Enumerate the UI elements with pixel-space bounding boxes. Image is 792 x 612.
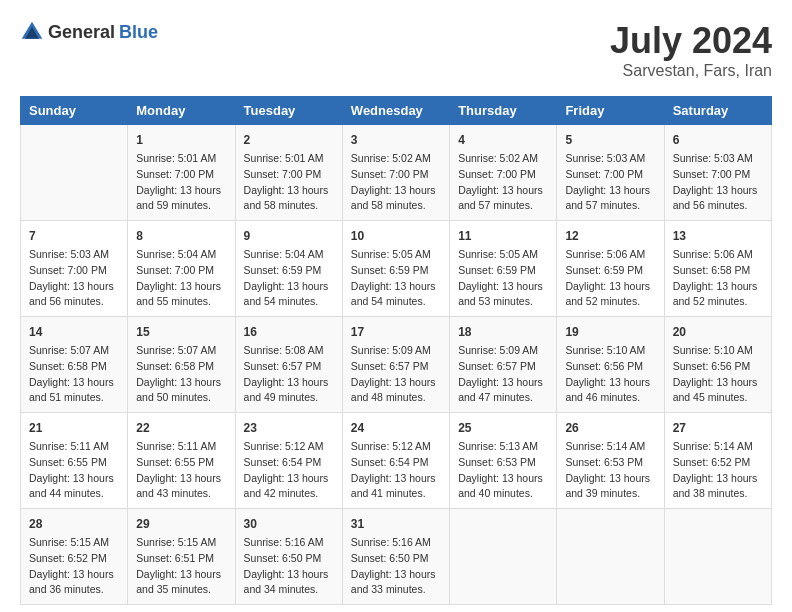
- calendar-cell: 27Sunrise: 5:14 AM Sunset: 6:52 PM Dayli…: [664, 413, 771, 509]
- calendar-cell: 30Sunrise: 5:16 AM Sunset: 6:50 PM Dayli…: [235, 509, 342, 605]
- day-number: 5: [565, 131, 655, 149]
- day-number: 12: [565, 227, 655, 245]
- cell-info: Sunrise: 5:06 AM Sunset: 6:59 PM Dayligh…: [565, 247, 655, 310]
- day-number: 21: [29, 419, 119, 437]
- calendar-body: 1Sunrise: 5:01 AM Sunset: 7:00 PM Daylig…: [21, 125, 772, 605]
- day-number: 8: [136, 227, 226, 245]
- calendar-cell: 9Sunrise: 5:04 AM Sunset: 6:59 PM Daylig…: [235, 221, 342, 317]
- cell-info: Sunrise: 5:16 AM Sunset: 6:50 PM Dayligh…: [351, 535, 441, 598]
- day-number: 9: [244, 227, 334, 245]
- day-number: 7: [29, 227, 119, 245]
- col-header-friday: Friday: [557, 97, 664, 125]
- day-number: 23: [244, 419, 334, 437]
- day-number: 29: [136, 515, 226, 533]
- calendar-cell: 15Sunrise: 5:07 AM Sunset: 6:58 PM Dayli…: [128, 317, 235, 413]
- day-number: 22: [136, 419, 226, 437]
- cell-info: Sunrise: 5:15 AM Sunset: 6:51 PM Dayligh…: [136, 535, 226, 598]
- calendar-cell: 14Sunrise: 5:07 AM Sunset: 6:58 PM Dayli…: [21, 317, 128, 413]
- col-header-sunday: Sunday: [21, 97, 128, 125]
- calendar-cell: 20Sunrise: 5:10 AM Sunset: 6:56 PM Dayli…: [664, 317, 771, 413]
- cell-info: Sunrise: 5:06 AM Sunset: 6:58 PM Dayligh…: [673, 247, 763, 310]
- cell-info: Sunrise: 5:14 AM Sunset: 6:53 PM Dayligh…: [565, 439, 655, 502]
- cell-info: Sunrise: 5:03 AM Sunset: 7:00 PM Dayligh…: [673, 151, 763, 214]
- logo-text-blue: Blue: [119, 22, 158, 43]
- col-header-saturday: Saturday: [664, 97, 771, 125]
- day-number: 24: [351, 419, 441, 437]
- calendar-header-row: SundayMondayTuesdayWednesdayThursdayFrid…: [21, 97, 772, 125]
- cell-info: Sunrise: 5:09 AM Sunset: 6:57 PM Dayligh…: [458, 343, 548, 406]
- calendar-cell: 28Sunrise: 5:15 AM Sunset: 6:52 PM Dayli…: [21, 509, 128, 605]
- calendar-cell: 10Sunrise: 5:05 AM Sunset: 6:59 PM Dayli…: [342, 221, 449, 317]
- cell-info: Sunrise: 5:04 AM Sunset: 6:59 PM Dayligh…: [244, 247, 334, 310]
- cell-info: Sunrise: 5:01 AM Sunset: 7:00 PM Dayligh…: [136, 151, 226, 214]
- cell-info: Sunrise: 5:15 AM Sunset: 6:52 PM Dayligh…: [29, 535, 119, 598]
- cell-info: Sunrise: 5:05 AM Sunset: 6:59 PM Dayligh…: [351, 247, 441, 310]
- day-number: 27: [673, 419, 763, 437]
- calendar-cell: 22Sunrise: 5:11 AM Sunset: 6:55 PM Dayli…: [128, 413, 235, 509]
- calendar-week-row: 21Sunrise: 5:11 AM Sunset: 6:55 PM Dayli…: [21, 413, 772, 509]
- page-header: GeneralBlue July 2024 Sarvestan, Fars, I…: [20, 20, 772, 80]
- day-number: 31: [351, 515, 441, 533]
- calendar-cell: 8Sunrise: 5:04 AM Sunset: 7:00 PM Daylig…: [128, 221, 235, 317]
- calendar-cell: 26Sunrise: 5:14 AM Sunset: 6:53 PM Dayli…: [557, 413, 664, 509]
- day-number: 6: [673, 131, 763, 149]
- calendar-cell: 17Sunrise: 5:09 AM Sunset: 6:57 PM Dayli…: [342, 317, 449, 413]
- day-number: 11: [458, 227, 548, 245]
- subtitle: Sarvestan, Fars, Iran: [610, 62, 772, 80]
- calendar-cell: 24Sunrise: 5:12 AM Sunset: 6:54 PM Dayli…: [342, 413, 449, 509]
- day-number: 13: [673, 227, 763, 245]
- logo-icon: [20, 20, 44, 44]
- cell-info: Sunrise: 5:03 AM Sunset: 7:00 PM Dayligh…: [565, 151, 655, 214]
- logo-text-general: General: [48, 22, 115, 43]
- calendar-cell: 7Sunrise: 5:03 AM Sunset: 7:00 PM Daylig…: [21, 221, 128, 317]
- calendar-cell: 6Sunrise: 5:03 AM Sunset: 7:00 PM Daylig…: [664, 125, 771, 221]
- calendar-cell: 23Sunrise: 5:12 AM Sunset: 6:54 PM Dayli…: [235, 413, 342, 509]
- cell-info: Sunrise: 5:02 AM Sunset: 7:00 PM Dayligh…: [351, 151, 441, 214]
- calendar-cell: 1Sunrise: 5:01 AM Sunset: 7:00 PM Daylig…: [128, 125, 235, 221]
- cell-info: Sunrise: 5:07 AM Sunset: 6:58 PM Dayligh…: [136, 343, 226, 406]
- day-number: 19: [565, 323, 655, 341]
- cell-info: Sunrise: 5:07 AM Sunset: 6:58 PM Dayligh…: [29, 343, 119, 406]
- day-number: 1: [136, 131, 226, 149]
- title-block: July 2024 Sarvestan, Fars, Iran: [610, 20, 772, 80]
- calendar-cell: [450, 509, 557, 605]
- day-number: 28: [29, 515, 119, 533]
- cell-info: Sunrise: 5:14 AM Sunset: 6:52 PM Dayligh…: [673, 439, 763, 502]
- cell-info: Sunrise: 5:12 AM Sunset: 6:54 PM Dayligh…: [244, 439, 334, 502]
- cell-info: Sunrise: 5:12 AM Sunset: 6:54 PM Dayligh…: [351, 439, 441, 502]
- main-title: July 2024: [610, 20, 772, 62]
- day-number: 2: [244, 131, 334, 149]
- day-number: 20: [673, 323, 763, 341]
- calendar-week-row: 14Sunrise: 5:07 AM Sunset: 6:58 PM Dayli…: [21, 317, 772, 413]
- calendar-cell: 5Sunrise: 5:03 AM Sunset: 7:00 PM Daylig…: [557, 125, 664, 221]
- calendar-week-row: 7Sunrise: 5:03 AM Sunset: 7:00 PM Daylig…: [21, 221, 772, 317]
- day-number: 25: [458, 419, 548, 437]
- cell-info: Sunrise: 5:10 AM Sunset: 6:56 PM Dayligh…: [673, 343, 763, 406]
- logo: GeneralBlue: [20, 20, 158, 44]
- col-header-thursday: Thursday: [450, 97, 557, 125]
- day-number: 14: [29, 323, 119, 341]
- cell-info: Sunrise: 5:11 AM Sunset: 6:55 PM Dayligh…: [136, 439, 226, 502]
- calendar-cell: 11Sunrise: 5:05 AM Sunset: 6:59 PM Dayli…: [450, 221, 557, 317]
- calendar-cell: 25Sunrise: 5:13 AM Sunset: 6:53 PM Dayli…: [450, 413, 557, 509]
- calendar-cell: 4Sunrise: 5:02 AM Sunset: 7:00 PM Daylig…: [450, 125, 557, 221]
- calendar-cell: 13Sunrise: 5:06 AM Sunset: 6:58 PM Dayli…: [664, 221, 771, 317]
- cell-info: Sunrise: 5:04 AM Sunset: 7:00 PM Dayligh…: [136, 247, 226, 310]
- day-number: 15: [136, 323, 226, 341]
- day-number: 18: [458, 323, 548, 341]
- calendar-week-row: 1Sunrise: 5:01 AM Sunset: 7:00 PM Daylig…: [21, 125, 772, 221]
- cell-info: Sunrise: 5:09 AM Sunset: 6:57 PM Dayligh…: [351, 343, 441, 406]
- day-number: 30: [244, 515, 334, 533]
- cell-info: Sunrise: 5:03 AM Sunset: 7:00 PM Dayligh…: [29, 247, 119, 310]
- calendar-cell: 29Sunrise: 5:15 AM Sunset: 6:51 PM Dayli…: [128, 509, 235, 605]
- day-number: 4: [458, 131, 548, 149]
- calendar-cell: [664, 509, 771, 605]
- day-number: 16: [244, 323, 334, 341]
- cell-info: Sunrise: 5:13 AM Sunset: 6:53 PM Dayligh…: [458, 439, 548, 502]
- col-header-tuesday: Tuesday: [235, 97, 342, 125]
- cell-info: Sunrise: 5:02 AM Sunset: 7:00 PM Dayligh…: [458, 151, 548, 214]
- col-header-monday: Monday: [128, 97, 235, 125]
- day-number: 10: [351, 227, 441, 245]
- day-number: 3: [351, 131, 441, 149]
- calendar-cell: [557, 509, 664, 605]
